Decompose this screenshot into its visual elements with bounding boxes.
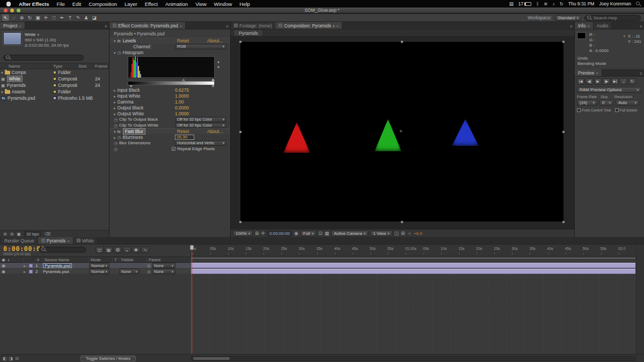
zoom-tool[interactable]: ⊕ [18,14,25,21]
mute-audio-button[interactable] [620,78,627,85]
shape-tool[interactable]: □ [50,14,57,21]
graph-editor-icon[interactable] [141,247,149,253]
selection-tool[interactable]: ↖ [2,14,9,21]
project-row-pyramids-psd[interactable]: Pyramids.psd Photoshop 1.5 MB [0,95,109,101]
blurriness-value-input[interactable] [175,135,194,140]
full-screen-checkbox[interactable] [615,108,619,112]
help-search-input[interactable] [594,16,638,20]
repeat-edge-pixels-checkbox[interactable] [172,147,175,151]
bluetooth-icon[interactable] [536,1,539,6]
levels-about-link[interactable]: About... [207,38,223,43]
output-white-value[interactable]: 1.0000 [175,111,189,116]
timeline-horizontal-scrollbar[interactable] [191,356,636,361]
comp-resize-handle[interactable] [239,131,241,133]
menubar-clock[interactable]: Thu 9:31 PM [568,1,595,6]
column-source-name[interactable]: Source Name [43,257,89,262]
hide-shy-layers-icon[interactable] [114,247,122,253]
timeline-vertical-scrollbar[interactable] [636,245,644,354]
fx-badge-icon[interactable] [118,38,121,43]
close-icon[interactable] [587,23,590,28]
project-row-assets[interactable]: Assets Folder [0,88,109,95]
take-snapshot-icon[interactable] [294,231,298,236]
tab-effect-controls[interactable]: Effect Controls: Pyramids.psd [109,22,186,29]
comp-resize-handle[interactable] [562,131,565,133]
menu-item[interactable]: View [192,1,210,7]
comp-resize-handle[interactable] [401,221,403,223]
close-icon[interactable] [19,23,21,28]
layer-name[interactable]: Pyramids.psd [43,269,89,274]
first-frame-button[interactable] [577,78,584,85]
project-row-white[interactable]: White Composition 24 [0,76,109,82]
layer-color-swatch[interactable] [29,264,33,268]
twirl-icon[interactable] [114,38,116,43]
choose-grid-and-guides-icon[interactable] [255,231,259,236]
from-current-time-checkbox[interactable] [577,108,581,112]
transparency-grid-icon[interactable] [325,231,330,236]
pixel-aspect-correction-icon[interactable] [394,231,399,236]
column-size[interactable]: Size [77,64,93,69]
battery-indicator[interactable]: 17 [518,1,531,6]
twirl-icon[interactable] [24,269,26,274]
label-color-swatch[interactable] [53,71,56,74]
label-color-swatch[interactable] [53,90,56,93]
interpret-footage-icon[interactable] [3,232,7,237]
work-area-bar[interactable] [191,257,636,260]
column-parent[interactable]: Parent [147,257,191,262]
column-preserve-transparency[interactable]: T [113,257,119,262]
ram-preview-options-dropdown[interactable]: RAM Preview Options [577,87,641,93]
project-row-pyramids[interactable]: Pyramids Composition 24 [0,82,109,88]
viewer-tab-pyramids[interactable]: Pyramids [233,29,263,36]
layer-name-edit-field[interactable]: Pyramids.psd [43,263,72,268]
stopwatch-icon[interactable] [118,50,121,55]
pan-behind-tool[interactable]: ✛ [42,14,49,21]
region-of-interest-icon[interactable] [318,231,323,236]
tab-audio[interactable]: Audio [594,22,612,29]
column-layer-number[interactable]: # [35,257,43,262]
exposure-icon[interactable] [407,231,412,236]
twirl-icon[interactable] [114,111,116,116]
menu-item[interactable]: Window [210,1,236,7]
histogram-control[interactable] [128,56,215,85]
tab-composition-pyramids[interactable]: Composition: Pyramids [275,22,342,29]
pen-tool[interactable]: ✒ [58,14,65,21]
input-white-slider[interactable] [211,78,215,81]
selected-item-label[interactable]: White [7,76,23,82]
tab-footage[interactable]: Footage: (none) [231,22,275,29]
twirl-icon[interactable] [114,135,116,140]
loop-button[interactable] [628,78,636,85]
project-search-field[interactable] [3,55,84,61]
menu-item[interactable]: Layer [121,1,141,7]
type-tool[interactable]: T [67,14,74,21]
close-icon[interactable] [180,23,182,28]
tab-render-queue[interactable]: Render Queue [1,237,38,244]
draft-3d-icon[interactable] [105,247,113,253]
panel-menu-icon[interactable] [640,24,642,29]
selected-item-name[interactable]: White [25,32,35,38]
apple-menu-icon[interactable] [6,2,11,6]
parent-dropdown[interactable]: None [152,269,175,274]
gamma-value[interactable]: 1.00 [175,99,184,105]
display-icon[interactable] [509,1,514,6]
menu-item[interactable]: After Effects [15,1,53,7]
output-slider-handles[interactable] [217,61,219,68]
twirl-icon[interactable] [114,93,116,99]
previous-frame-button[interactable] [586,78,593,85]
input-black-slider[interactable] [182,78,185,81]
close-icon[interactable] [336,23,339,28]
tab-timeline-pyramids[interactable]: Pyramids [38,237,74,244]
next-frame-button[interactable] [603,78,610,85]
pickwhip-icon[interactable] [147,269,151,274]
timeline-search-field[interactable] [39,247,86,253]
composition-viewport[interactable]: + [240,42,564,221]
channel-dropdown[interactable]: RGB [175,44,226,49]
project-search-input[interactable] [12,55,81,60]
tab-timeline-white[interactable]: White [74,237,98,244]
blend-mode-dropdown[interactable]: Normal [89,269,109,274]
twirl-icon[interactable] [114,99,116,105]
comp-resize-handle[interactable] [239,41,241,43]
scrollbar-thumb[interactable] [193,357,230,360]
volume-icon[interactable] [552,1,554,6]
skip-dropdown[interactable]: 0 [599,100,613,106]
resolution-dropdown[interactable]: Auto [616,100,639,106]
twirl-icon[interactable] [114,105,116,110]
